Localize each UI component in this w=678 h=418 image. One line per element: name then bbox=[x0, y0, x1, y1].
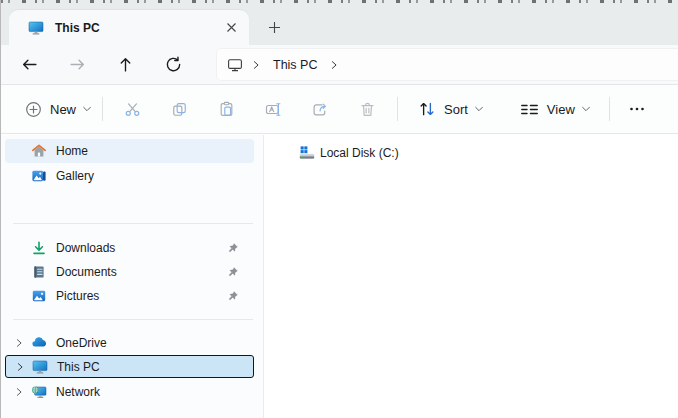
sidebar-item-label: Documents bbox=[56, 265, 227, 279]
copy-icon bbox=[171, 101, 188, 118]
share-icon bbox=[312, 101, 329, 118]
view-button-label: View bbox=[547, 102, 575, 117]
monitor-outline-icon bbox=[227, 57, 243, 73]
breadcrumb-chevron-icon[interactable] bbox=[329, 60, 339, 70]
chevron-down-icon bbox=[474, 104, 484, 114]
file-explorer-window: This PC bbox=[0, 0, 678, 418]
navigation-bar: This PC bbox=[1, 45, 678, 85]
forward-button[interactable] bbox=[60, 48, 94, 82]
chevron-down-icon bbox=[581, 104, 591, 114]
home-icon bbox=[31, 143, 47, 159]
toolbar-separator bbox=[102, 97, 103, 121]
sidebar-item-home[interactable]: Home bbox=[5, 139, 254, 163]
new-button-label: New bbox=[50, 102, 76, 117]
sort-button-label: Sort bbox=[444, 102, 468, 117]
sidebar-item-gallery[interactable]: Gallery bbox=[5, 164, 254, 188]
tab-this-pc[interactable]: This PC bbox=[9, 10, 249, 45]
sidebar-item-label: Pictures bbox=[56, 289, 227, 303]
sidebar-separator bbox=[13, 319, 253, 320]
sidebar-item-label: This PC bbox=[57, 360, 253, 374]
gallery-icon bbox=[31, 168, 47, 184]
file-item-label: Local Disk (C:) bbox=[320, 146, 399, 160]
sort-icon bbox=[418, 100, 436, 118]
toolbar-separator bbox=[609, 97, 610, 121]
onedrive-icon bbox=[31, 335, 47, 351]
arrow-left-icon bbox=[21, 56, 38, 73]
documents-icon bbox=[31, 264, 47, 280]
cropped-ui-fragments bbox=[1, 0, 678, 3]
view-icon bbox=[520, 100, 539, 119]
see-more-button[interactable] bbox=[620, 92, 654, 126]
chevron-right-icon[interactable] bbox=[11, 387, 27, 397]
pin-icon bbox=[227, 290, 239, 302]
share-button[interactable] bbox=[297, 92, 344, 126]
sidebar-item-label: Home bbox=[56, 144, 254, 158]
file-item-local-disk[interactable]: Local Disk (C:) bbox=[296, 142, 405, 163]
sidebar-item-label: Network bbox=[56, 385, 254, 399]
chevron-right-icon[interactable] bbox=[12, 362, 28, 372]
arrow-up-icon bbox=[117, 56, 134, 73]
pin-icon bbox=[227, 242, 239, 254]
new-button[interactable]: New bbox=[21, 92, 96, 126]
rename-button[interactable] bbox=[250, 92, 297, 126]
file-list: Local Disk (C:) bbox=[265, 135, 678, 418]
cut-icon bbox=[124, 101, 141, 118]
navigation-pane: Home Gallery Downloads bbox=[1, 135, 264, 418]
breadcrumb-chevron-icon[interactable] bbox=[251, 60, 261, 70]
arrow-right-icon bbox=[69, 56, 86, 73]
sidebar-item-network[interactable]: Network bbox=[5, 380, 254, 404]
new-plus-circle-icon bbox=[25, 101, 42, 118]
tab-title: This PC bbox=[55, 21, 219, 35]
delete-icon bbox=[359, 101, 376, 118]
sidebar-item-label: Gallery bbox=[56, 169, 254, 183]
sidebar-item-label: OneDrive bbox=[56, 336, 254, 350]
refresh-button[interactable] bbox=[156, 48, 190, 82]
pictures-icon bbox=[31, 288, 47, 304]
delete-button[interactable] bbox=[344, 92, 391, 126]
toolbar-separator bbox=[397, 97, 398, 121]
refresh-icon bbox=[165, 56, 182, 73]
breadcrumb-this-pc[interactable]: This PC bbox=[273, 58, 317, 72]
paste-icon bbox=[218, 101, 235, 118]
close-icon[interactable] bbox=[219, 16, 243, 40]
pin-icon bbox=[227, 266, 239, 278]
this-pc-monitor-icon bbox=[28, 20, 44, 36]
address-bar[interactable]: This PC bbox=[217, 49, 678, 80]
sort-button[interactable]: Sort bbox=[412, 92, 490, 126]
tab-bar: This PC bbox=[1, 0, 678, 45]
copy-button[interactable] bbox=[156, 92, 203, 126]
plus-icon bbox=[268, 21, 281, 34]
cut-button[interactable] bbox=[109, 92, 156, 126]
command-bar: New bbox=[1, 85, 678, 134]
sidebar-item-this-pc[interactable]: This PC bbox=[5, 355, 254, 378]
network-icon bbox=[31, 384, 47, 400]
chevron-right-icon[interactable] bbox=[11, 338, 27, 348]
sidebar-item-label: Downloads bbox=[56, 241, 227, 255]
paste-button[interactable] bbox=[203, 92, 250, 126]
view-button[interactable]: View bbox=[514, 92, 597, 126]
chevron-down-icon bbox=[82, 104, 92, 114]
sidebar-item-pictures[interactable]: Pictures bbox=[5, 284, 254, 308]
this-pc-monitor-icon bbox=[32, 359, 48, 375]
back-button[interactable] bbox=[12, 48, 46, 82]
sidebar-separator bbox=[13, 223, 253, 224]
downloads-icon bbox=[31, 240, 47, 256]
sidebar-item-onedrive[interactable]: OneDrive bbox=[5, 331, 254, 355]
ellipsis-icon bbox=[629, 101, 645, 117]
new-tab-button[interactable] bbox=[259, 12, 289, 42]
sidebar-item-downloads[interactable]: Downloads bbox=[5, 236, 254, 260]
up-button[interactable] bbox=[108, 48, 142, 82]
local-disk-icon bbox=[299, 145, 315, 161]
rename-icon bbox=[265, 101, 282, 118]
sidebar-item-documents[interactable]: Documents bbox=[5, 260, 254, 284]
